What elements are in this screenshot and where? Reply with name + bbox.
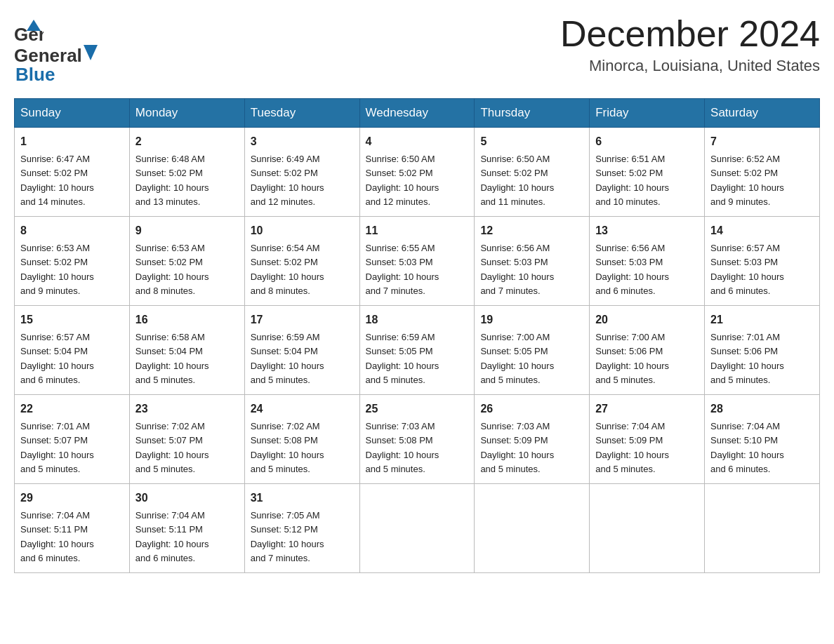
day-number: 19 <box>480 311 583 328</box>
day-info: Sunrise: 7:00 AMSunset: 5:05 PMDaylight:… <box>480 332 554 385</box>
day-number: 4 <box>366 133 469 150</box>
week-row-2: 8 Sunrise: 6:53 AMSunset: 5:02 PMDayligh… <box>15 217 820 306</box>
weekday-header-sunday: Sunday <box>15 99 130 128</box>
day-cell <box>359 484 475 573</box>
day-info: Sunrise: 7:01 AMSunset: 5:07 PMDaylight:… <box>20 421 94 474</box>
day-cell: 27 Sunrise: 7:04 AMSunset: 5:09 PMDaylig… <box>590 395 705 484</box>
weekday-header-saturday: Saturday <box>705 99 820 128</box>
week-row-1: 1 Sunrise: 6:47 AMSunset: 5:02 PMDayligh… <box>15 128 820 217</box>
day-cell: 18 Sunrise: 6:59 AMSunset: 5:05 PMDaylig… <box>359 306 475 395</box>
day-number: 21 <box>710 311 814 328</box>
day-cell: 9 Sunrise: 6:53 AMSunset: 5:02 PMDayligh… <box>129 217 244 306</box>
day-info: Sunrise: 6:54 AMSunset: 5:02 PMDaylight:… <box>251 243 324 296</box>
day-cell: 20 Sunrise: 7:00 AMSunset: 5:06 PMDaylig… <box>590 306 705 395</box>
location-subtitle: Minorca, Louisiana, United States <box>560 57 820 75</box>
month-title: December 2024 <box>560 14 820 54</box>
weekday-header-friday: Friday <box>590 99 705 128</box>
day-number: 29 <box>20 490 124 507</box>
day-cell: 2 Sunrise: 6:48 AMSunset: 5:02 PMDayligh… <box>129 128 244 217</box>
day-number: 9 <box>135 222 239 239</box>
day-info: Sunrise: 6:49 AMSunset: 5:02 PMDaylight:… <box>251 154 324 207</box>
day-cell: 16 Sunrise: 6:58 AMSunset: 5:04 PMDaylig… <box>129 306 244 395</box>
day-info: Sunrise: 6:47 AMSunset: 5:02 PMDaylight:… <box>20 154 94 207</box>
day-number: 13 <box>595 222 699 239</box>
day-number: 27 <box>595 401 699 417</box>
day-cell: 26 Sunrise: 7:03 AMSunset: 5:09 PMDaylig… <box>475 395 590 484</box>
day-number: 11 <box>366 222 469 239</box>
weekday-header-wednesday: Wednesday <box>359 99 475 128</box>
day-number: 8 <box>20 222 124 239</box>
svg-text:General: General <box>14 24 44 45</box>
day-cell: 1 Sunrise: 6:47 AMSunset: 5:02 PMDayligh… <box>15 128 130 217</box>
day-cell: 8 Sunrise: 6:53 AMSunset: 5:02 PMDayligh… <box>15 217 130 306</box>
logo-blue-text: Blue <box>15 64 55 86</box>
day-info: Sunrise: 7:04 AMSunset: 5:10 PMDaylight:… <box>710 421 784 474</box>
day-info: Sunrise: 6:50 AMSunset: 5:02 PMDaylight:… <box>480 154 554 207</box>
day-info: Sunrise: 6:56 AMSunset: 5:03 PMDaylight:… <box>595 243 669 296</box>
day-number: 2 <box>135 133 239 150</box>
day-cell <box>475 484 590 573</box>
day-number: 14 <box>710 222 814 239</box>
day-number: 10 <box>251 222 354 239</box>
day-info: Sunrise: 7:03 AMSunset: 5:09 PMDaylight:… <box>480 421 554 474</box>
weekday-header-row: SundayMondayTuesdayWednesdayThursdayFrid… <box>15 99 820 128</box>
day-number: 15 <box>20 311 124 328</box>
day-cell: 25 Sunrise: 7:03 AMSunset: 5:08 PMDaylig… <box>359 395 475 484</box>
day-number: 23 <box>135 401 239 417</box>
day-cell: 11 Sunrise: 6:55 AMSunset: 5:03 PMDaylig… <box>359 217 475 306</box>
day-info: Sunrise: 6:57 AMSunset: 5:04 PMDaylight:… <box>20 332 94 385</box>
day-number: 18 <box>366 311 469 328</box>
day-number: 30 <box>135 490 239 507</box>
day-number: 26 <box>480 401 583 417</box>
day-info: Sunrise: 6:59 AMSunset: 5:04 PMDaylight:… <box>251 332 324 385</box>
day-number: 5 <box>480 133 583 150</box>
day-info: Sunrise: 7:00 AMSunset: 5:06 PMDaylight:… <box>595 332 669 385</box>
day-cell: 19 Sunrise: 7:00 AMSunset: 5:05 PMDaylig… <box>475 306 590 395</box>
day-number: 31 <box>251 490 354 507</box>
day-cell: 4 Sunrise: 6:50 AMSunset: 5:02 PMDayligh… <box>359 128 475 217</box>
day-info: Sunrise: 7:01 AMSunset: 5:06 PMDaylight:… <box>710 332 784 385</box>
day-number: 12 <box>480 222 583 239</box>
day-cell: 13 Sunrise: 6:56 AMSunset: 5:03 PMDaylig… <box>590 217 705 306</box>
calendar-table: SundayMondayTuesdayWednesdayThursdayFrid… <box>14 98 820 573</box>
day-cell: 7 Sunrise: 6:52 AMSunset: 5:02 PMDayligh… <box>705 128 820 217</box>
day-cell: 6 Sunrise: 6:51 AMSunset: 5:02 PMDayligh… <box>590 128 705 217</box>
day-info: Sunrise: 6:48 AMSunset: 5:02 PMDaylight:… <box>135 154 209 207</box>
week-row-5: 29 Sunrise: 7:04 AMSunset: 5:11 PMDaylig… <box>15 484 820 573</box>
day-info: Sunrise: 6:50 AMSunset: 5:02 PMDaylight:… <box>366 154 439 207</box>
svg-marker-2 <box>84 45 98 60</box>
week-row-3: 15 Sunrise: 6:57 AMSunset: 5:04 PMDaylig… <box>15 306 820 395</box>
day-number: 28 <box>710 401 814 417</box>
day-info: Sunrise: 6:55 AMSunset: 5:03 PMDaylight:… <box>366 243 439 296</box>
day-info: Sunrise: 7:02 AMSunset: 5:07 PMDaylight:… <box>135 421 209 474</box>
day-number: 16 <box>135 311 239 328</box>
weekday-header-thursday: Thursday <box>475 99 590 128</box>
day-info: Sunrise: 6:52 AMSunset: 5:02 PMDaylight:… <box>710 154 784 207</box>
weekday-header-monday: Monday <box>129 99 244 128</box>
day-info: Sunrise: 6:53 AMSunset: 5:02 PMDaylight:… <box>135 243 209 296</box>
day-cell: 23 Sunrise: 7:02 AMSunset: 5:07 PMDaylig… <box>129 395 244 484</box>
day-number: 1 <box>20 133 124 150</box>
day-info: Sunrise: 6:58 AMSunset: 5:04 PMDaylight:… <box>135 332 209 385</box>
day-cell: 5 Sunrise: 6:50 AMSunset: 5:02 PMDayligh… <box>475 128 590 217</box>
day-cell: 3 Sunrise: 6:49 AMSunset: 5:02 PMDayligh… <box>244 128 359 217</box>
day-number: 20 <box>595 311 699 328</box>
logo: General General Blue <box>14 14 98 86</box>
day-cell: 31 Sunrise: 7:05 AMSunset: 5:12 PMDaylig… <box>244 484 359 573</box>
day-cell: 29 Sunrise: 7:04 AMSunset: 5:11 PMDaylig… <box>15 484 130 573</box>
weekday-header-tuesday: Tuesday <box>244 99 359 128</box>
day-info: Sunrise: 6:53 AMSunset: 5:02 PMDaylight:… <box>20 243 94 296</box>
day-number: 17 <box>251 311 354 328</box>
day-cell: 30 Sunrise: 7:04 AMSunset: 5:11 PMDaylig… <box>129 484 244 573</box>
day-info: Sunrise: 6:51 AMSunset: 5:02 PMDaylight:… <box>595 154 669 207</box>
day-info: Sunrise: 6:59 AMSunset: 5:05 PMDaylight:… <box>366 332 439 385</box>
day-number: 3 <box>251 133 354 150</box>
page-header: General General Blue December 2024 Minor… <box>14 14 820 86</box>
day-cell: 22 Sunrise: 7:01 AMSunset: 5:07 PMDaylig… <box>15 395 130 484</box>
day-number: 25 <box>366 401 469 417</box>
week-row-4: 22 Sunrise: 7:01 AMSunset: 5:07 PMDaylig… <box>15 395 820 484</box>
day-number: 22 <box>20 401 124 417</box>
day-info: Sunrise: 7:04 AMSunset: 5:11 PMDaylight:… <box>135 510 209 563</box>
day-info: Sunrise: 6:57 AMSunset: 5:03 PMDaylight:… <box>710 243 784 296</box>
day-cell <box>590 484 705 573</box>
